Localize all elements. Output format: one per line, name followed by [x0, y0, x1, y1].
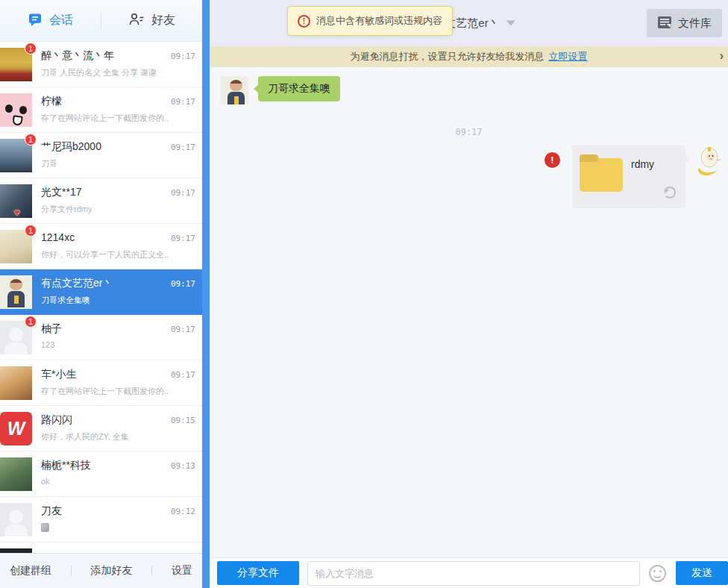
conversation-preview: 刀哥 人民的名义 全集 分享 谢谢 [41, 67, 157, 78]
sidebar: 会话 好友 1 醉丶意丶流丶年 09:17 刀哥 人民的名义 全集 分享 谢谢 … [0, 0, 202, 588]
conversation-name: 车*小生 [41, 368, 76, 381]
avatar [0, 366, 32, 400]
incoming-text: 刀哥求全集噢 [268, 82, 330, 94]
avatar [0, 457, 32, 491]
conversation-time: 09:17 [171, 188, 195, 198]
conversation-name: 醉丶意丶流丶年 [41, 49, 114, 63]
conversation-time: 09:12 [171, 507, 195, 516]
footer-divider [151, 566, 152, 576]
conversation-item[interactable] [0, 542, 202, 553]
conversation-preview: 123 [41, 340, 54, 349]
avatar [0, 503, 32, 537]
conversation-preview: 刀哥 [41, 158, 57, 169]
conversation-item[interactable]: 1 1214xc 09:17 你好，可以分享一下人民的正义全.. [0, 224, 202, 269]
share-file-button[interactable]: 分享文件 [217, 561, 299, 585]
conversation-name: 有点文艺范er丶 [41, 277, 113, 290]
conversation-time: 09:15 [171, 416, 195, 425]
heart-badge-icon: ♥ [14, 207, 20, 217]
conversation-name: 艹尼玛b2000 [41, 140, 101, 154]
conversation-name: 柠檬 [41, 95, 62, 108]
avatar [0, 93, 32, 127]
chat-bubble-icon [28, 12, 43, 30]
retry-icon[interactable] [664, 187, 676, 198]
conversation-preview: 你好，求人民的ZY, 全集 [41, 431, 129, 442]
message-area: 刀哥求全集噢 09:17 ! rdmy [210, 67, 728, 557]
contact-avatar[interactable] [220, 76, 248, 104]
conversation-item[interactable]: 1 艹尼玛b2000 09:17 刀哥 [0, 133, 202, 178]
conversation-name: 光文**17 [41, 186, 81, 199]
chat-app: 会话 好友 1 醉丶意丶流丶年 09:17 刀哥 人民的名义 全集 分享 谢谢 … [0, 0, 728, 588]
tab-conversations[interactable]: 会话 [0, 0, 101, 41]
chevron-right-icon[interactable]: › [720, 49, 724, 63]
conversation-name: 刀友 [41, 504, 62, 518]
file-library-button[interactable]: 文件库 [647, 9, 722, 37]
unread-badge: 1 [25, 316, 37, 328]
conversation-item[interactable]: W 路闪闪 09:15 你好，求人民的ZY, 全集 [0, 406, 202, 451]
incoming-message: 刀哥求全集噢 [220, 76, 340, 104]
tab-friends[interactable]: 好友 [101, 0, 202, 41]
conversation-item[interactable]: 车*小生 09:17 存了在网站评论上一下截图发你的.. [0, 360, 202, 406]
avatar [0, 275, 32, 309]
conversation-preview: 刀哥求全集噢 [41, 295, 90, 306]
image-preview-icon [41, 523, 49, 532]
create-group-button[interactable]: 创建群组 [10, 564, 51, 578]
conversation-preview [41, 522, 49, 532]
send-button[interactable]: 发送 [676, 561, 728, 585]
file-name: rdmy [631, 158, 654, 170]
settings-button[interactable]: 设置 [172, 564, 192, 578]
outgoing-file-message: ! rdmy [545, 146, 721, 208]
sidebar-divider [202, 0, 210, 588]
dropdown-caret-icon [506, 21, 515, 26]
setup-now-link[interactable]: 立即设置 [549, 50, 588, 63]
chat-header: 有点文艺范er丶 文件库 ! 消息中含有敏感词或违规内容 [210, 0, 728, 46]
unread-badge: 1 [25, 43, 37, 54]
conversation-item[interactable]: 1 醉丶意丶流丶年 09:17 刀哥 人民的名义 全集 分享 谢谢 [0, 42, 202, 87]
conversation-time: 09:13 [171, 461, 195, 471]
conversation-name: 路闪闪 [41, 413, 72, 427]
conversation-item[interactable]: 刀友 09:12 [0, 497, 202, 542]
conversation-preview: 存了在网站评论上一下截图发你的.. [41, 113, 169, 124]
conversation-item[interactable]: 1 柚子 09:17 123 [0, 315, 202, 360]
sidebar-tabs: 会话 好友 [0, 0, 202, 42]
conversation-time: 09:17 [171, 97, 195, 107]
conversation-time: 09:17 [171, 51, 195, 61]
conversation-preview: 你好，可以分享一下人民的正义全.. [41, 249, 169, 260]
conversation-name: 1214xc [41, 231, 75, 243]
avatar [0, 548, 32, 553]
conversation-item[interactable]: 有点文艺范er丶 09:17 刀哥求全集噢 [0, 269, 202, 315]
alert-circle-icon: ! [298, 15, 310, 28]
file-bubble[interactable]: rdmy [572, 146, 685, 208]
unread-badge: 1 [25, 134, 37, 146]
incoming-bubble: 刀哥求全集噢 [258, 76, 340, 101]
add-friend-button[interactable]: 添加好友 [90, 564, 132, 578]
send-failed-icon: ! [545, 152, 560, 168]
self-avatar[interactable] [694, 146, 721, 178]
conversation-time: 09:17 [171, 279, 195, 289]
friends-icon [128, 12, 145, 30]
conversation-preview: 存了在网站评论上一下截图发你的.. [41, 386, 169, 397]
conversation-time: 09:17 [171, 234, 195, 243]
message-input[interactable] [307, 561, 640, 586]
tab-label: 会话 [49, 13, 73, 28]
file-library-label: 文件库 [678, 16, 712, 31]
conversation-time: 09:17 [171, 370, 195, 380]
emoji-icon[interactable] [649, 565, 666, 582]
conversation-item[interactable]: ♥ 光文**17 09:17 分享文件rdmy [0, 178, 202, 224]
sensitive-content-toast: ! 消息中含有敏感词或违规内容 [287, 6, 453, 36]
notice-text: 为避免消息打扰，设置只允许好友给我发消息 [351, 50, 545, 63]
conversation-item[interactable]: 楠栀**科技 09:13 ok [0, 451, 202, 497]
toast-text: 消息中含有敏感词或违规内容 [316, 14, 442, 28]
footer-divider [71, 566, 72, 576]
conversation-preview: 分享文件rdmy [41, 204, 92, 215]
conversation-list: 1 醉丶意丶流丶年 09:17 刀哥 人民的名义 全集 分享 谢谢 柠檬 09:… [0, 42, 202, 553]
document-icon [657, 16, 672, 31]
conversation-name: 楠栀**科技 [41, 459, 91, 472]
avatar: W [0, 412, 32, 445]
folder-icon [580, 158, 623, 192]
unread-badge: 1 [25, 225, 37, 237]
conversation-preview: ok [41, 477, 50, 486]
tab-label: 好友 [151, 13, 175, 28]
sidebar-footer: 创建群组 添加好友 设置 [0, 553, 202, 588]
conversation-item[interactable]: 柠檬 09:17 存了在网站评论上一下截图发你的.. [0, 87, 202, 133]
message-timestamp: 09:17 [210, 127, 728, 137]
